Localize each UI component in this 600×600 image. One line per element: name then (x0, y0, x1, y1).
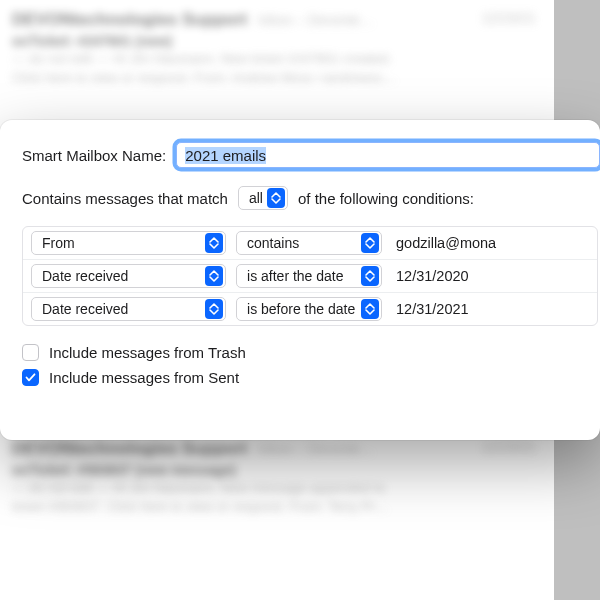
condition-field-popup[interactable]: From (31, 231, 226, 255)
chevron-up-down-icon (205, 233, 223, 253)
condition-row: Date received is after the date (23, 259, 597, 292)
condition-row: Date received is before the date (23, 292, 597, 325)
checkbox-icon (22, 344, 39, 361)
include-sent-checkbox[interactable]: Include messages from Sent (22, 369, 600, 386)
chevron-up-down-icon (361, 299, 379, 319)
include-trash-checkbox[interactable]: Include messages from Trash (22, 344, 600, 361)
include-trash-label: Include messages from Trash (49, 344, 246, 361)
mail-row: DEVONtechnologies Support Inbox – Devont… (12, 10, 536, 87)
condition-field-popup[interactable]: Date received (31, 264, 226, 288)
condition-op-popup[interactable]: contains (236, 231, 382, 255)
chevron-up-down-icon (361, 233, 379, 253)
contains-prefix: Contains messages that match (22, 190, 228, 207)
chevron-up-down-icon (205, 266, 223, 286)
condition-op-popup[interactable]: is after the date (236, 264, 382, 288)
condition-row: From contains (23, 227, 597, 259)
smart-mailbox-sheet: Smart Mailbox Name: Contains messages th… (0, 120, 600, 440)
condition-field-popup[interactable]: Date received (31, 297, 226, 321)
checkbox-icon (22, 369, 39, 386)
chevron-up-down-icon (267, 188, 285, 208)
contains-suffix: of the following conditions: (298, 190, 474, 207)
match-mode-popup[interactable]: all (238, 186, 288, 210)
mailbox-name-input[interactable] (176, 142, 600, 168)
condition-value-input[interactable] (392, 231, 589, 255)
include-sent-label: Include messages from Sent (49, 369, 239, 386)
mailbox-name-label: Smart Mailbox Name: (22, 147, 166, 164)
chevron-up-down-icon (361, 266, 379, 286)
chevron-up-down-icon (205, 299, 223, 319)
mail-row: DEVONtechnologies Support Inbox – Devont… (12, 439, 536, 516)
condition-op-popup[interactable]: is before the date (236, 297, 382, 321)
condition-value-input[interactable] (392, 264, 589, 288)
conditions-block: From contains Date received (22, 226, 598, 326)
condition-value-input[interactable] (392, 297, 589, 321)
